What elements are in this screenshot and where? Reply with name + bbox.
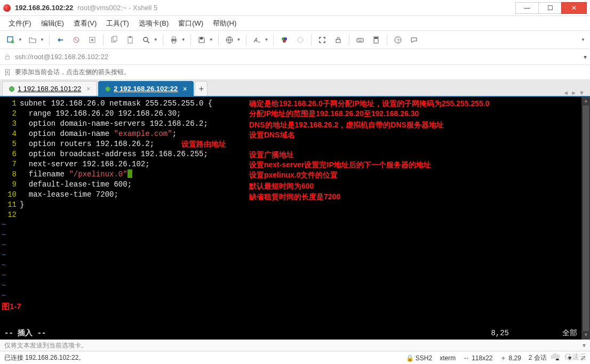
nav-down-icon[interactable]: ▼ <box>567 354 573 362</box>
svg-rect-8 <box>129 36 131 38</box>
cursor <box>127 169 132 178</box>
menu-file[interactable]: 文件(F) <box>5 18 35 29</box>
window-title-main: 192.168.26.102:22 <box>15 4 73 12</box>
menu-view[interactable]: 查看(V) <box>70 18 100 29</box>
annotation: 设置pxelinux.0文件的位置 <box>249 170 338 180</box>
svg-point-18 <box>283 39 286 43</box>
titlebar: 192.168.26.102:22 root@vms002:~ - Xshell… <box>0 0 590 16</box>
fullscreen-button[interactable] <box>315 33 330 47</box>
svg-point-9 <box>143 37 148 42</box>
annotation: 设置next-server设置完IP地址后的下一个服务器的地址 <box>249 160 431 170</box>
session-tab-2[interactable]: 2 192.168.26.102:22 × <box>98 81 194 96</box>
dropdown-icon[interactable]: ▼ <box>265 37 269 42</box>
lock-icon <box>3 53 12 61</box>
toolbar-overflow-icon[interactable]: ▼ <box>581 37 585 42</box>
vim-mode: -- 插入 -- <box>4 328 46 338</box>
dropdown-icon[interactable]: ▼ <box>209 37 213 42</box>
copy-button[interactable] <box>107 33 122 47</box>
language-button[interactable] <box>222 33 237 47</box>
tab-label: 1 192.168.26.101:22 <box>18 85 81 93</box>
print-button[interactable] <box>166 33 181 47</box>
keyboard-button[interactable] <box>353 33 368 47</box>
lock-icon: 🔒 <box>407 355 413 361</box>
addressbar: ssh://root@192.168.26.102:22 ▾ <box>0 49 590 65</box>
save-button[interactable] <box>194 33 209 47</box>
svg-text:?: ? <box>397 38 400 43</box>
minimize-button[interactable]: — <box>515 2 539 14</box>
dropdown-icon[interactable]: ▼ <box>40 37 44 42</box>
terminal-size: 118x22 <box>472 354 492 362</box>
svg-rect-11 <box>172 37 176 39</box>
status-dot-icon <box>105 86 110 92</box>
menu-window[interactable]: 窗口(W) <box>175 18 206 29</box>
new-session-button[interactable] <box>3 33 18 47</box>
annotation: 设置广播地址 <box>249 150 294 160</box>
menu-edit[interactable]: 编辑(E) <box>38 18 67 29</box>
caret-icon: ⌖ <box>500 355 507 361</box>
dropdown-icon[interactable]: ▼ <box>18 37 22 42</box>
svg-point-4 <box>91 39 93 41</box>
reconnect-button[interactable] <box>53 33 68 47</box>
menu-help[interactable]: 帮助(H) <box>210 18 240 29</box>
find-button[interactable] <box>139 33 154 47</box>
scroll-thumb[interactable] <box>583 106 589 331</box>
annotation: 默认最短时间为600 <box>249 181 314 191</box>
tab-prev-icon[interactable]: ◄ <box>563 90 569 96</box>
status-dot-icon <box>9 86 14 92</box>
annotation: 缺省租赁时间的长度是7200 <box>249 192 340 202</box>
tab-close-icon[interactable]: × <box>86 85 90 93</box>
paste-button[interactable] <box>123 33 138 47</box>
dropdown-icon[interactable]: ▼ <box>181 37 186 42</box>
lock-button[interactable] <box>331 33 346 47</box>
open-button[interactable] <box>25 33 40 47</box>
svg-rect-23 <box>374 37 378 39</box>
send-hint-text: 仅将文本发送到当前选项卡。 <box>4 341 87 350</box>
close-button[interactable]: ✕ <box>561 2 587 14</box>
send-hint-bar: 仅将文本发送到当前选项卡。 ▾ <box>0 339 590 351</box>
font-button[interactable]: A <box>250 33 265 47</box>
scroll-down-icon[interactable]: ▼ <box>582 331 590 339</box>
menu-tools[interactable]: 工具(T) <box>103 18 132 29</box>
nav-up-icon[interactable]: ▲ <box>554 354 561 362</box>
svg-rect-12 <box>172 41 176 43</box>
tab-menu-icon[interactable]: ▼ <box>579 90 585 96</box>
svg-rect-6 <box>113 36 117 41</box>
add-tab-button[interactable]: + <box>195 81 208 96</box>
bookmark-icon[interactable] <box>3 68 12 77</box>
address-input[interactable]: ssh://root@192.168.26.102:22 <box>15 53 580 61</box>
highlight-button[interactable] <box>293 33 308 47</box>
properties-button[interactable] <box>85 33 100 47</box>
menu-tabs[interactable]: 选项卡(B) <box>135 18 172 29</box>
vim-statusbar: -- 插入 -- 8,25 全部 <box>0 327 581 339</box>
send-hint-dropdown-icon[interactable]: ▾ <box>583 342 586 349</box>
annotation: 设置路由地址 <box>181 139 226 149</box>
dropdown-icon[interactable]: ▼ <box>237 37 241 42</box>
expand-icon[interactable]: ⤢ <box>580 354 586 362</box>
svg-point-19 <box>298 37 303 43</box>
terminal[interactable]: 1subnet 192.168.26.0 netmask 255.255.255… <box>0 97 590 339</box>
session-tab-1[interactable]: 1 192.168.26.101:22 × <box>2 81 97 96</box>
toolbar: ▼ ▼ ▼ ▼ ▼ ▼ A▼ ? ▼ <box>0 31 590 49</box>
tab-next-icon[interactable]: ► <box>571 90 577 96</box>
scroll-up-icon[interactable]: ▲ <box>582 97 590 106</box>
vim-position: 8,25 <box>491 328 509 338</box>
chat-button[interactable] <box>406 33 421 47</box>
caret-position: 8,29 <box>509 354 521 362</box>
address-dropdown-icon[interactable]: ▾ <box>584 53 587 61</box>
dropdown-icon[interactable]: ▼ <box>154 37 158 42</box>
tab-close-icon[interactable]: × <box>183 85 187 93</box>
size-icon: ↔ <box>463 355 469 361</box>
tab-label: 2 192.168.26.102:22 <box>114 85 178 93</box>
vim-percent: 全部 <box>562 328 577 338</box>
disconnect-button[interactable] <box>69 33 84 47</box>
maximize-button[interactable]: ☐ <box>538 2 562 14</box>
connection-status: 已连接 192.168.26.102:22。 <box>4 353 85 362</box>
terminal-type: xterm <box>440 354 456 362</box>
color-button[interactable] <box>277 33 292 47</box>
session-count: 2 会话 <box>529 353 547 362</box>
help-button[interactable]: ? <box>390 33 405 47</box>
calculator-button[interactable] <box>369 33 384 47</box>
figure-label: 图1-7 <box>2 301 21 311</box>
tabbar: 1 192.168.26.101:22 × 2 192.168.26.102:2… <box>0 80 590 97</box>
terminal-scrollbar[interactable]: ▲ ▼ <box>581 97 590 339</box>
